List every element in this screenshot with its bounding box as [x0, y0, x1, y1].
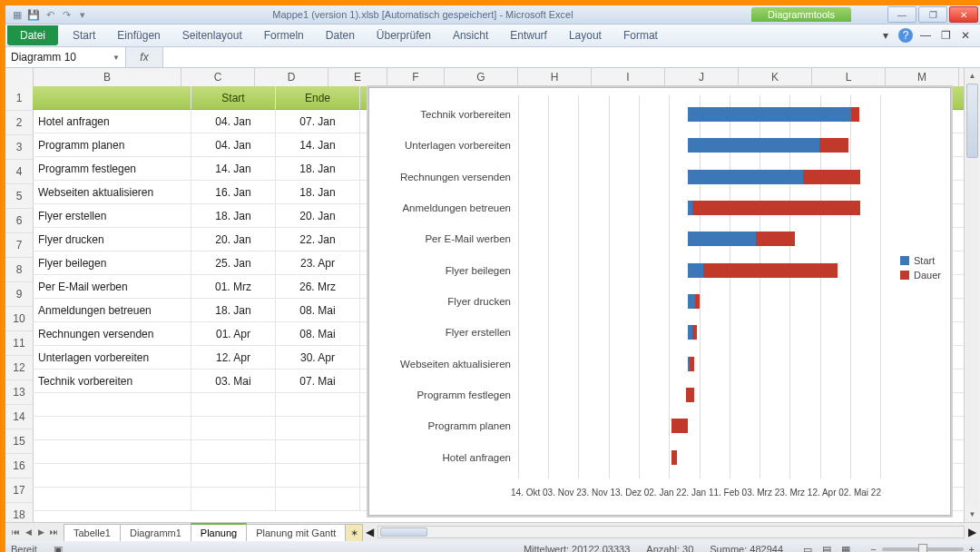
- cell[interactable]: Flyer beilegen: [33, 251, 191, 275]
- cell[interactable]: 03. Mai: [191, 370, 276, 393]
- embedded-chart[interactable]: Technik vorbereitenUnterlagen vorbereite…: [368, 87, 951, 516]
- macro-record-icon[interactable]: ▣: [54, 544, 63, 553]
- cell[interactable]: [33, 464, 191, 488]
- cell[interactable]: Hotel anfragen: [33, 110, 191, 133]
- vertical-scrollbar[interactable]: ▲ ▼: [964, 68, 980, 522]
- scroll-down-icon[interactable]: ▼: [965, 507, 980, 522]
- cell[interactable]: 23. Apr: [276, 251, 360, 275]
- row-header[interactable]: 18: [5, 503, 33, 522]
- row-header[interactable]: 7: [5, 233, 33, 258]
- row-header[interactable]: 15: [5, 429, 33, 454]
- new-sheet-button[interactable]: ✶: [345, 524, 363, 541]
- cell[interactable]: [276, 393, 360, 417]
- row-header[interactable]: 14: [5, 405, 33, 429]
- col-header[interactable]: H: [518, 68, 592, 86]
- view-normal-icon[interactable]: ▭: [799, 544, 816, 553]
- cell[interactable]: [33, 393, 191, 417]
- cell[interactable]: Flyer drucken: [33, 228, 191, 251]
- formula-input[interactable]: [163, 47, 980, 67]
- hscroll-left-icon[interactable]: ◀: [366, 526, 374, 538]
- horizontal-scrollbar[interactable]: [377, 526, 965, 538]
- redo-icon[interactable]: ↷: [60, 8, 73, 21]
- hscroll-right-icon[interactable]: ▶: [968, 526, 976, 538]
- cell[interactable]: Programm planen: [33, 133, 191, 157]
- row-header[interactable]: 1: [5, 86, 33, 111]
- ribbon-tab-format[interactable]: Format: [612, 25, 669, 45]
- ribbon-tab-review[interactable]: Überprüfen: [366, 25, 442, 45]
- ribbon-tab-formulas[interactable]: Formeln: [253, 25, 315, 45]
- row-header[interactable]: 12: [5, 356, 33, 380]
- workbook-min-icon[interactable]: —: [918, 28, 933, 43]
- row-header[interactable]: 17: [5, 478, 33, 503]
- col-header[interactable]: J: [665, 68, 739, 86]
- cell[interactable]: 20. Jan: [276, 204, 360, 228]
- cell[interactable]: 22. Jan: [276, 228, 360, 251]
- ribbon-tab-start[interactable]: Start: [62, 25, 106, 45]
- cell[interactable]: 01. Apr: [191, 322, 276, 346]
- cell[interactable]: 04. Jan: [191, 133, 276, 157]
- row-header[interactable]: 3: [5, 135, 33, 160]
- scroll-thumb[interactable]: [966, 84, 978, 158]
- ribbon-tab-data[interactable]: Daten: [315, 25, 366, 45]
- zoom-in-button[interactable]: +: [969, 544, 975, 552]
- view-pagelayout-icon[interactable]: ▤: [818, 544, 835, 553]
- cell[interactable]: 26. Mrz: [276, 275, 360, 299]
- row-header[interactable]: 8: [5, 258, 33, 282]
- workbook-close-icon[interactable]: ✕: [958, 28, 973, 43]
- help-icon[interactable]: ?: [898, 28, 913, 43]
- cell[interactable]: 18. Jan: [191, 204, 276, 228]
- zoom-out-button[interactable]: −: [870, 544, 876, 552]
- fx-button[interactable]: fx: [126, 47, 163, 67]
- sheet-nav-last-icon[interactable]: ⏭: [47, 527, 60, 537]
- col-header[interactable]: F: [387, 68, 445, 86]
- cell[interactable]: [276, 440, 360, 464]
- col-header[interactable]: C: [181, 68, 255, 86]
- sheet-nav-first-icon[interactable]: ⏮: [9, 527, 22, 537]
- row-header[interactable]: 4: [5, 160, 33, 184]
- minimize-button[interactable]: —: [887, 6, 916, 23]
- cell[interactable]: Anmeldungen betreuen: [33, 299, 191, 322]
- row-header[interactable]: 16: [5, 454, 33, 478]
- ribbon-tab-insert[interactable]: Einfügen: [106, 25, 171, 45]
- ribbon-tab-pagelayout[interactable]: Seitenlayout: [172, 25, 253, 45]
- name-box-dropdown-icon[interactable]: ▼: [113, 54, 120, 62]
- cell[interactable]: [191, 393, 276, 417]
- ribbon-tab-layout[interactable]: Layout: [558, 25, 612, 45]
- col-header[interactable]: B: [34, 68, 181, 86]
- cell[interactable]: Webseiten aktualisieren: [33, 181, 191, 204]
- cell[interactable]: 18. Jan: [276, 157, 360, 181]
- scroll-up-icon[interactable]: ▲: [965, 68, 980, 84]
- sheet-tab[interactable]: Diagramm1: [120, 524, 191, 541]
- name-box[interactable]: Diagramm 10 ▼: [5, 47, 126, 67]
- cell[interactable]: 01. Mrz: [191, 275, 276, 299]
- row-header[interactable]: 9: [5, 282, 33, 307]
- col-header[interactable]: G: [445, 68, 518, 86]
- cell[interactable]: 07. Mai: [276, 370, 360, 393]
- cell[interactable]: Per E-Mail werben: [33, 275, 191, 299]
- cell[interactable]: 16. Jan: [191, 181, 276, 204]
- ribbon-minimize-icon[interactable]: ▾: [878, 28, 893, 43]
- row-header[interactable]: 10: [5, 307, 33, 331]
- cell[interactable]: Start: [191, 86, 276, 110]
- save-icon[interactable]: 💾: [27, 8, 40, 21]
- ribbon-tab-view[interactable]: Ansicht: [442, 25, 499, 45]
- cell[interactable]: [276, 464, 360, 488]
- sheet-nav-next-icon[interactable]: ▶: [34, 527, 47, 537]
- col-header[interactable]: D: [255, 68, 328, 86]
- row-header[interactable]: 13: [5, 380, 33, 405]
- cell[interactable]: [276, 488, 360, 511]
- row-header[interactable]: 5: [5, 184, 33, 209]
- cell[interactable]: 18. Jan: [276, 181, 360, 204]
- cell[interactable]: 12. Apr: [191, 346, 276, 370]
- cell[interactable]: [276, 417, 360, 440]
- zoom-control[interactable]: − +: [870, 544, 975, 552]
- undo-icon[interactable]: ↶: [44, 8, 56, 21]
- cell[interactable]: [191, 440, 276, 464]
- ribbon-tab-file[interactable]: Datei: [7, 25, 58, 45]
- row-header[interactable]: 11: [5, 331, 33, 356]
- cell[interactable]: 14. Jan: [191, 157, 276, 181]
- cell[interactable]: 20. Jan: [191, 228, 276, 251]
- sheet-tab[interactable]: Tabelle1: [64, 524, 121, 541]
- sheet-tab[interactable]: Planung mit Gantt: [246, 524, 346, 541]
- cell[interactable]: 07. Jan: [276, 110, 360, 133]
